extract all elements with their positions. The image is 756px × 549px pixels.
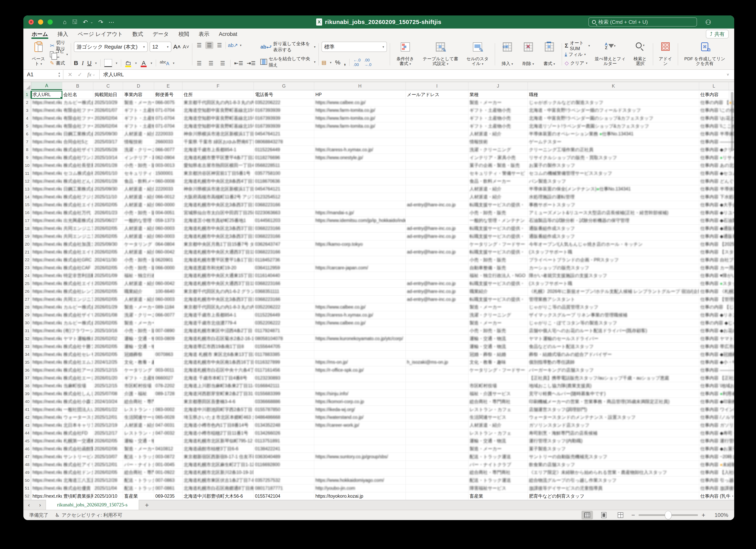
cell[interactable]: 0454764121 <box>254 185 314 193</box>
cell[interactable]: 放課後等デイサービスの児童指導員 <box>528 484 699 492</box>
cell[interactable]: 北海道中川郡豊頃町大木56-6 <box>182 492 254 500</box>
cell[interactable]: 仕事内容 ◆お花のルート配送ドライバー <box>699 327 729 335</box>
cell[interactable]: 人材派遣・紹介 <box>123 421 154 429</box>
cell[interactable]: 仕事内容 ◆石油製品の試験・分析業務 <box>699 217 729 225</box>
cell[interactable]: 仕事内容 \地域おこし協力隊を募集/ <box>699 382 729 390</box>
cell[interactable]: 出光興産株式会社 <box>62 217 93 225</box>
cell[interactable] <box>314 185 406 193</box>
cell[interactable]: 仕事内容 半導体製造装置のメンテナンス業務 <box>699 185 729 193</box>
cell[interactable]: カルビー株式会社 <box>62 99 93 107</box>
cell[interactable]: ギフト・土産物小売 <box>123 122 154 130</box>
cell[interactable]: 2026/01/20 <box>93 374 123 382</box>
cell[interactable]: 065-0028 <box>154 414 182 421</box>
clear-button[interactable]: ◇クリア ▾ <box>565 59 590 67</box>
cell[interactable]: サントリービバレッジ <box>62 453 93 461</box>
cell[interactable]: 通販番組作成スタッフ <box>528 232 699 240</box>
cell[interactable]: 0166842111 <box>254 382 314 390</box>
cell[interactable]: https://next.rikunabi.com/company/ <box>31 169 62 177</box>
zoom-slider-thumb[interactable] <box>665 511 672 519</box>
cell[interactable] <box>406 366 468 374</box>
cell[interactable]: 配送・トラック運送 <box>123 477 154 484</box>
cell[interactable]: 001-0922 <box>154 469 182 477</box>
cell[interactable] <box>406 177 468 185</box>
cell[interactable]: 転職支援サービスの提供・ <box>468 248 528 256</box>
cell[interactable]: 060-0000 <box>154 201 182 209</box>
cell[interactable]: 東京都千代田区丸の内1-6-2 グラント <box>182 288 254 296</box>
cell[interactable]: ケータリング・フードサー <box>468 366 528 374</box>
row-number[interactable]: 47 <box>23 453 31 461</box>
row-number[interactable]: 49 <box>23 469 31 477</box>
cell[interactable]: 1500001 <box>154 169 182 177</box>
column-header-A[interactable]: A <box>31 82 62 90</box>
cell[interactable]: https://www.suntory.co.jp/group/sbs/ <box>314 453 406 461</box>
cell[interactable] <box>254 469 314 477</box>
cell[interactable]: 共同エンジニアリング株 <box>62 224 93 232</box>
cell[interactable]: ギフト・土産物小売 <box>468 106 528 114</box>
sort-filter-button[interactable]: AZ▾ 並べ替えとフィルター <box>592 42 628 67</box>
cell[interactable]: 製造・メーカー <box>468 319 528 327</box>
cell[interactable] <box>406 421 468 429</box>
cell[interactable] <box>406 335 468 343</box>
cell[interactable]: 2025/12/15 <box>93 382 123 390</box>
cell[interactable]: 小売・卸売・販売 <box>468 209 528 217</box>
cell[interactable] <box>406 429 468 437</box>
cell[interactable]: 豊頃町農業振興公社 <box>62 492 93 500</box>
cell[interactable]: 運輸・交通・物流 <box>123 343 154 351</box>
cell[interactable]: 2025/09/30 <box>93 240 123 248</box>
cell[interactable]: 060-0042 <box>154 248 182 256</box>
cell[interactable]: 店舗や個人宅へのお花のルート配送ドライバー(既存顧客) <box>528 327 699 335</box>
cell[interactable]: 人材派遣・紹介 <box>123 296 154 304</box>
cell[interactable]: 有限会社ファーム富田 <box>62 122 93 130</box>
cell[interactable]: 仕事内容 半導体製造装置のオペレーション業務 <box>699 130 729 138</box>
cell[interactable]: https://next.rikunabi.com/company/ <box>31 406 62 414</box>
row-number[interactable]: 45 <box>23 437 31 445</box>
cell[interactable]: じゃがりこ・ぽてコタン等の製造スタッフ <box>528 319 699 327</box>
cell[interactable]: 職業紹介 <box>468 288 528 296</box>
cell[interactable]: https://sinju.info/ <box>314 390 406 398</box>
cell[interactable]: 0115226449 <box>254 311 314 319</box>
cell[interactable] <box>314 130 406 138</box>
cell[interactable]: 0486486668 <box>254 414 314 421</box>
cell[interactable]: ad-entry@hare-inc.co.jp <box>406 296 468 304</box>
cell[interactable]: レストラン・カフェ <box>468 406 528 414</box>
ribbon-tab-データ[interactable]: データ <box>148 29 174 40</box>
cell[interactable]: 007-0863 <box>154 477 182 484</box>
cell[interactable]: 北海道札幌市中央区北8条西4丁目1 <box>182 177 254 185</box>
cell[interactable] <box>406 106 468 114</box>
shrink-font-button[interactable]: A˅ <box>183 44 189 50</box>
cell[interactable]: 060-0008 <box>154 177 182 185</box>
cell[interactable] <box>154 272 182 280</box>
cell[interactable]: 人材派遣・紹介 <box>468 193 528 201</box>
cell[interactable]: 2026/02/05 <box>93 319 123 327</box>
cell[interactable]: 0070863 <box>154 351 182 359</box>
cell[interactable]: ad-entry@hare-inc.co.jp <box>406 201 468 209</box>
cell[interactable]: 仕事内容 ◆冠婚葬祭のセレモニー補助業務 <box>699 351 729 359</box>
cell[interactable]: https://next.rikunabi.com/company/ <box>31 351 62 359</box>
cell[interactable]: https://next.rikunabi.com/company/ <box>31 303 62 311</box>
cell[interactable] <box>314 193 406 201</box>
column-header-J[interactable]: J <box>468 82 528 90</box>
cell[interactable]: 北海道札幌市中央区北3条西3丁目1-6 <box>182 296 254 304</box>
row-number[interactable]: 25 <box>23 280 31 288</box>
cell[interactable]: 総合商社・専門商社 <box>123 469 154 477</box>
cell[interactable]: 洗濯・クリーニング <box>468 146 528 154</box>
underline-button[interactable]: U <box>87 60 92 66</box>
cell[interactable]: https://www.onestyle.jp/ <box>314 154 406 162</box>
font-color-button[interactable]: A <box>140 60 147 66</box>
format-painter-button[interactable]: ✎書式 <box>50 59 68 67</box>
cell[interactable] <box>406 406 468 414</box>
cell[interactable]: 2026/02/05 <box>93 437 123 445</box>
cell[interactable]: https://next.rikunabi.com/company/ <box>31 177 62 185</box>
cell[interactable]: https://next.rikunabi.com/company/ <box>31 437 62 445</box>
cell[interactable]: ギフト・土産物小売 <box>468 114 528 122</box>
cell[interactable]: 人材派遣・紹介 <box>123 201 154 209</box>
page-layout-view-button[interactable] <box>598 511 610 519</box>
cell[interactable]: 株式会社GRC <box>62 256 93 264</box>
cell[interactable]: 0113751891 <box>254 437 314 445</box>
cell[interactable]: https://caress-h.xymax.co.jp/ <box>314 311 406 319</box>
cell[interactable] <box>406 311 468 319</box>
cell[interactable]: 仕事内容 (乳牛・肉牛の飼育管理業務) <box>699 492 729 500</box>
cell[interactable]: 株式会社長登屋 <box>62 161 93 169</box>
borders-button[interactable] <box>104 59 112 67</box>
cell[interactable]: 2025/12/15 <box>93 366 123 374</box>
